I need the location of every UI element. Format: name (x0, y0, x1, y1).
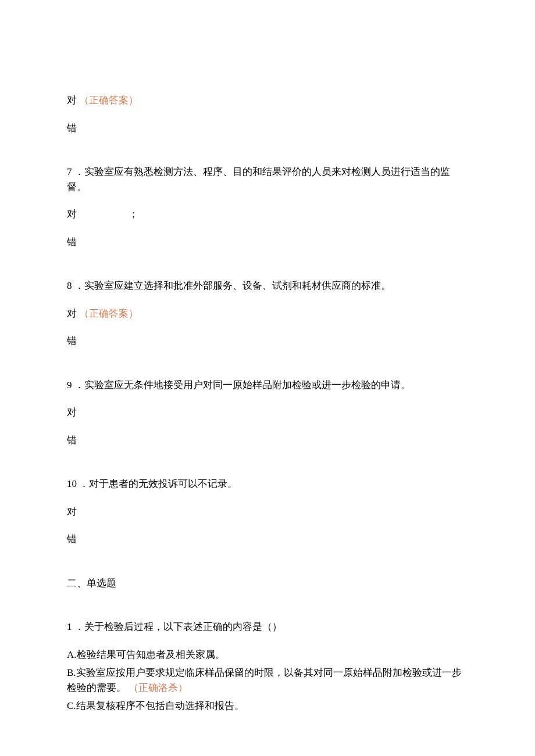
question-8: 8 ．实验室应建立选择和批准外部服务、设备、试剂和耗材供应商的标准。 (67, 278, 468, 293)
question-10-text: ．对于患者的无效投诉可以不记录。 (79, 478, 237, 489)
q10-option-true: 对 (67, 504, 468, 519)
q9-option-false: 错 (67, 433, 468, 448)
option-b-text: B.实验室应按用户要求规定临床样品保留的时限，以备其对同一原始样品附加检验或进一… (67, 667, 462, 693)
option-true-text: 对 (67, 308, 77, 319)
question-7: 7 ．实验室应有熟悉检测方法、程序、目的和结果评价的人员来对检测人员进行适当的监… (67, 164, 468, 194)
document-page: 对 （正确答案） 错 7 ．实验室应有熟悉检测方法、程序、目的和结果评价的人员来… (0, 0, 535, 756)
option-false-text: 错 (67, 237, 77, 248)
q7-extra: ； (129, 209, 138, 220)
correct-answer-label: （正确洛杀） (129, 682, 188, 693)
section2-q1-number: 1 (67, 621, 72, 632)
section2-q1-text: ．关于检验后过程，以下表述正确的内容是（） (74, 621, 282, 632)
option-true-text: 对 (67, 209, 77, 220)
section2-q1-option-b: B.实验室应按用户要求规定临床样品保留的时限，以备其对同一原始样品附加检验或进一… (67, 665, 468, 695)
question-9-text: ．实验室应无条件地接受用户对同一原始样品附加检验或进一步检验的申请。 (74, 379, 411, 390)
section-2-title: 二、单选题 (67, 576, 468, 591)
question-10-number: 10 (67, 478, 77, 489)
question-9: 9 ．实验室应无条件地接受用户对同一原始样品附加检验或进一步检验的申请。 (67, 378, 468, 393)
option-true-text: 对 (67, 407, 77, 418)
question-7-text: ．实验室应有熟悉检测方法、程序、目的和结果评价的人员来对检测人员进行适当的监督。 (67, 166, 450, 192)
option-false-text: 错 (67, 435, 77, 446)
section2-q1-option-c: C.结果复核程序不包括自动选择和报告。 (67, 698, 468, 714)
question-7-number: 7 (67, 166, 72, 177)
section2-question-1: 1 ．关于检验后过程，以下表述正确的内容是（） (67, 619, 468, 635)
correct-answer-label: （正确答案） (79, 95, 138, 106)
correct-answer-label: （正确答案） (79, 308, 138, 319)
q9-option-true: 对 (67, 405, 468, 420)
option-false-text: 错 (67, 533, 77, 544)
q10-option-false: 错 (67, 532, 468, 547)
option-false-text: 错 (67, 123, 77, 134)
question-8-text: ．实验室应建立选择和批准外部服务、设备、试剂和耗材供应商的标准。 (74, 280, 391, 291)
question-9-number: 9 (67, 379, 72, 390)
section2-q1-option-a: A.检验结果可告知患者及相关家属。 (67, 647, 468, 662)
option-true-text: 对 (67, 506, 77, 517)
q7-option-false: 错 (67, 235, 468, 250)
option-true-text: 对 (67, 95, 77, 106)
question-8-number: 8 (67, 280, 72, 291)
q8-option-true: 对 （正确答案） (67, 306, 468, 321)
prev-option-false: 错 (67, 121, 468, 136)
question-10: 10 ．对于患者的无效投诉可以不记录。 (67, 476, 468, 492)
option-false-text: 错 (67, 335, 77, 346)
q7-option-true: 对 ； (67, 207, 468, 222)
q8-option-false: 错 (67, 334, 468, 349)
prev-option-true: 对 （正确答案） (67, 93, 468, 108)
